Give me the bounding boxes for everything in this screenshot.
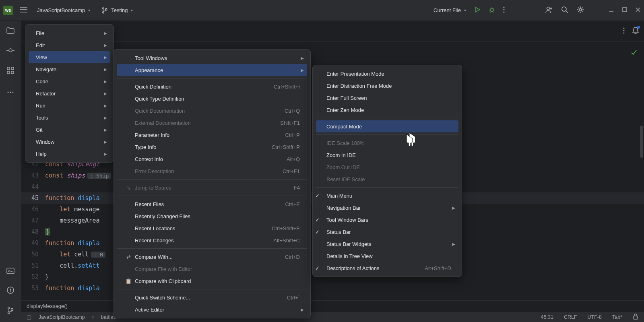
menu-item-enter-full-screen[interactable]: Enter Full Screen [316,92,458,104]
menu-item-tool-window-bars[interactable]: ✓Tool Window Bars [316,214,458,226]
git-branch-selector[interactable]: Testing ▾ [101,7,133,14]
menu-item-details-in-tree-view[interactable]: Details in Tree View [316,250,458,262]
file-encoding[interactable]: UTF-8 [588,314,602,320]
breadcrumb-project[interactable]: JavaScriptBootcamp [39,314,85,320]
svg-rect-12 [7,67,10,70]
close-button[interactable] [635,7,641,14]
more-actions-button[interactable] [503,6,505,14]
svg-point-1 [102,12,104,13]
menu-item-parameter-info[interactable]: Parameter InfoCtrl+P [117,129,307,141]
menu-item-context-info[interactable]: Context InfoAlt+Q [117,153,307,165]
run-button[interactable] [474,6,481,14]
main-menu-button[interactable] [20,7,27,14]
svg-rect-10 [623,8,627,12]
search-everywhere-button[interactable] [561,6,568,14]
type-hint: : Ship [87,173,111,179]
menu-item-descriptions-of-actions[interactable]: ✓Descriptions of ActionsAlt+Shift+D [316,262,458,274]
menu-item-main-menu[interactable]: ✓Main Menu [316,190,458,202]
menu-item-edit[interactable]: Edit▶ [29,39,110,51]
menu-item-tool-windows[interactable]: Tool Windows▶ [117,52,307,64]
readonly-toggle[interactable] [633,313,638,321]
debug-button[interactable] [489,6,495,14]
menu-item-git[interactable]: Git▶ [29,124,110,136]
menu-item-compare-with-[interactable]: ⇄Compare With...Ctrl+D [117,251,307,263]
indent-widget[interactable]: Tab* [612,314,622,320]
line-number: 46 [21,206,45,213]
menu-item-recent-locations[interactable]: Recent LocationsCtrl+Shift+E [117,222,307,234]
menu-item-run[interactable]: Run▶ [29,99,110,111]
titlebar: WS JavaScriptBootcamp ▾ Testing ▾ Curren… [0,0,644,21]
svg-point-24 [11,309,13,311]
menu-item-status-bar-widgets[interactable]: Status Bar Widgets▶ [316,238,458,250]
chevron-down-icon: ▾ [131,8,133,12]
commit-tool-button[interactable] [6,48,14,54]
svg-point-2 [105,8,107,10]
menu-item-quick-definition[interactable]: Quick DefinitionCtrl+Shift+I [117,80,307,93]
run-config-selector[interactable]: Current File ▾ [433,7,466,13]
menu-item-zoom-out-ide: Zoom Out IDE [316,161,458,173]
minimize-button[interactable] [609,7,614,14]
svg-rect-15 [11,71,14,74]
run-config-label: Current File [433,7,461,13]
menu-item-compare-with-clipboard[interactable]: 📋Compare with Clipboard [117,275,307,287]
menu-item-file[interactable]: File▶ [29,27,110,39]
more-tools-button[interactable] [7,88,14,94]
editor-more-button[interactable] [623,27,625,35]
menu-item-quick-switch-scheme-[interactable]: Quick Switch Scheme...Ctrl+` [117,291,307,303]
type-hint: : H [91,252,105,258]
menu-item-enter-distraction-free-mode[interactable]: Enter Distraction Free Mode [316,80,458,92]
project-selector[interactable]: JavaScriptBootcamp ▾ [37,7,90,13]
notifications-button[interactable] [632,27,639,36]
chevron-down-icon: ▾ [464,8,466,12]
settings-button[interactable] [576,6,584,15]
menu-item-recent-files[interactable]: Recent FilesCtrl+E [117,198,307,210]
line-number: 52 [21,273,45,281]
menu-item-type-info[interactable]: Type InfoCtrl+Shift+P [117,141,307,153]
code-with-me-button[interactable] [545,6,553,14]
menu-item-enter-zen-mode[interactable]: Enter Zen Mode [316,104,458,116]
menu-item-reset-ide-scale: Reset IDE Scale [316,173,458,185]
vcs-tool-button[interactable] [7,306,14,316]
menu-item-compare-file-with-editor: Compare File with Editor [117,263,307,275]
caret-position[interactable]: 45:31 [541,314,553,320]
maximize-button[interactable] [622,7,627,13]
menu-item-recently-changed-files[interactable]: Recently Changed Files [117,210,307,222]
menu-item-navigate[interactable]: Navigate▶ [29,63,110,75]
menu-item-zoom-in-ide[interactable]: Zoom In IDE [316,149,458,161]
menu-item-error-description: Error DescriptionCtrl+F1 [117,165,307,177]
menu-item-view[interactable]: View▶ [29,51,110,63]
menu-item-external-documentation: External DocumentationShift+F1 [117,117,307,129]
line-number: 45 [21,194,45,202]
menu-item-recent-changes[interactable]: Recent ChangesAlt+Shift+C [117,234,307,246]
svg-rect-14 [7,71,10,74]
chevron-down-icon: ▾ [88,8,90,12]
menu-item-tools[interactable]: Tools▶ [29,111,110,124]
problems-tool-button[interactable] [7,287,14,295]
structure-tool-button[interactable] [7,67,14,75]
menu-item-compact-mode[interactable]: Compact Mode [316,120,458,132]
inspection-indicator[interactable] [630,49,638,58]
svg-point-27 [623,33,625,34]
menu-item-active-editor[interactable]: Active Editor▶ [117,303,307,316]
line-separator[interactable]: CRLF [564,314,577,320]
menu-item-window[interactable]: Window▶ [29,136,110,148]
svg-rect-13 [11,67,14,70]
line-number: 44 [21,183,45,190]
menu-item-navigation-bar[interactable]: Navigation Bar▶ [316,202,458,214]
svg-point-21 [10,291,11,292]
project-tool-button[interactable] [6,27,14,35]
editor-tabs [21,21,644,42]
editor-scrollbar[interactable] [640,126,643,158]
menu-item-quick-type-definition[interactable]: Quick Type Definition [117,93,307,105]
main-menu-popup: File▶Edit▶View▶Navigate▶Code▶Refactor▶Ru… [25,24,114,163]
menu-item-help[interactable]: Help▶ [29,148,110,160]
function-scope: displayMessage() [27,303,68,309]
menu-item-appearance[interactable]: Appearance▶ [117,64,307,76]
menu-item-code[interactable]: Code▶ [29,75,110,87]
menu-item-enter-presentation-mode[interactable]: Enter Presentation Mode [316,68,458,80]
menu-item-status-bar[interactable]: ✓Status Bar [316,226,458,238]
svg-point-23 [8,312,10,314]
chevron-right-icon: › [92,314,94,320]
menu-item-refactor[interactable]: Refactor▶ [29,87,110,99]
terminal-tool-button[interactable] [6,268,14,275]
